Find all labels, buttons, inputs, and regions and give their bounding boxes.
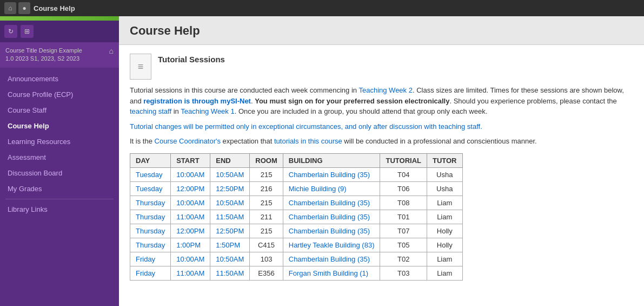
table-row: Friday 10:00AM 10:50AM 103 Chamberlain B… <box>130 252 463 266</box>
cell-end: 10:50AM <box>210 167 250 181</box>
cell-tutor: Holly <box>427 238 462 252</box>
refresh-icon[interactable]: ↻ <box>4 25 17 38</box>
col-tutorial: TUTORIAL <box>380 153 427 167</box>
sidebar-top: ↻ ⊞ <box>0 21 119 42</box>
cell-tutorial: T03 <box>380 266 427 280</box>
teaching-week-link1[interactable]: Teaching Week 2 <box>358 86 413 94</box>
sidebar-item-course-help[interactable]: Course Help <box>0 118 119 134</box>
tutorial-para2: Tutorial changes will be permitted only … <box>130 121 633 132</box>
cell-room: 216 <box>250 181 283 196</box>
cell-start: 10:00AM <box>171 252 210 266</box>
cell-day: Thursday <box>130 224 171 238</box>
tutorial-para3: It is the Course Coordinator's expectati… <box>130 136 633 147</box>
cell-day: Thursday <box>130 196 171 210</box>
table-header-row: DAY START END ROOM BUILDING TUTORIAL TUT… <box>130 153 463 167</box>
sidebar-top-icons: ↻ ⊞ <box>4 25 34 38</box>
cell-tutor: Liam <box>427 196 462 210</box>
cell-day: Friday <box>130 252 171 266</box>
cell-end: 12:50PM <box>210 224 250 238</box>
cell-start: 12:00PM <box>171 181 210 196</box>
course-code: 1.0 2023 S1, 2023, S2 2023 <box>5 55 82 63</box>
cell-building[interactable]: Forgan Smith Building (1) <box>283 266 380 280</box>
cell-building[interactable]: Chamberlain Building (35) <box>283 224 380 238</box>
cell-day: Thursday <box>130 238 171 252</box>
cell-start: 11:00AM <box>171 266 210 280</box>
sidebar-item-announcements[interactable]: Announcements <box>0 71 119 87</box>
cell-building[interactable]: Chamberlain Building (35) <box>283 210 380 224</box>
course-name: Course Title Design Example <box>5 47 82 55</box>
tutorials-link[interactable]: tutorials in this course <box>274 137 342 145</box>
top-bar-title: Course Help <box>34 4 75 12</box>
col-end: END <box>210 153 250 167</box>
page-header: Course Help <box>119 16 644 45</box>
sidebar-course-info: Course Title Design Example 1.0 2023 S1,… <box>0 42 119 68</box>
cell-tutorial: T04 <box>380 167 427 181</box>
table-row: Tuesday 12:00PM 12:50PM 216 Michie Build… <box>130 181 463 196</box>
layout: ↻ ⊞ Course Title Design Example 1.0 2023… <box>0 16 644 306</box>
sidebar: ↻ ⊞ Course Title Design Example 1.0 2023… <box>0 16 119 306</box>
cell-start: 1:00PM <box>171 238 210 252</box>
cell-end: 1:50PM <box>210 238 250 252</box>
sidebar-home-icon[interactable]: ⌂ <box>109 47 114 55</box>
cell-day: Tuesday <box>130 181 171 196</box>
col-room: ROOM <box>250 153 283 167</box>
col-day: DAY <box>130 153 171 167</box>
cell-room: 215 <box>250 224 283 238</box>
sidebar-item-library-links[interactable]: Library Links <box>0 201 119 217</box>
cell-day: Thursday <box>130 210 171 224</box>
cell-end: 11:50AM <box>210 266 250 280</box>
cell-tutorial: T01 <box>380 210 427 224</box>
cell-room: 103 <box>250 252 283 266</box>
sidebar-item-assessment[interactable]: Assessment <box>0 149 119 165</box>
registration-link[interactable]: registration is through mySI-Net <box>143 97 251 105</box>
sidebar-divider <box>5 199 114 199</box>
sidebar-nav: Announcements Course Profile (ECP) Cours… <box>0 68 119 220</box>
tutorial-changes-text: Tutorial changes will be permitted only … <box>130 122 482 131</box>
cell-building[interactable]: Chamberlain Building (35) <box>283 167 380 181</box>
cell-building[interactable]: Chamberlain Building (35) <box>283 196 380 210</box>
cell-start: 11:00AM <box>171 210 210 224</box>
circle-icon[interactable]: ● <box>18 2 30 14</box>
page-body: Tutorial Sessions Tutorial sessions in t… <box>119 45 644 289</box>
tutorial-body: Tutorial sessions in this course are con… <box>130 85 633 147</box>
coordinator-link[interactable]: Course Coordinator's <box>155 137 221 145</box>
cell-tutor: Liam <box>427 210 462 224</box>
cell-tutorial: T06 <box>380 181 427 196</box>
cell-tutor: Usha <box>427 167 462 181</box>
cell-tutor: Liam <box>427 252 462 266</box>
cell-building[interactable]: Hartley Teakle Building (83) <box>283 238 380 252</box>
teaching-week-link2[interactable]: Teaching Week 1 <box>181 107 235 115</box>
cell-end: 11:50AM <box>210 210 250 224</box>
cell-end: 10:50AM <box>210 196 250 210</box>
cell-start: 12:00PM <box>171 224 210 238</box>
cell-building[interactable]: Michie Building (9) <box>283 181 380 196</box>
cell-tutorial: T02 <box>380 252 427 266</box>
teaching-staff-link[interactable]: teaching staff <box>130 107 171 115</box>
cell-room: E356 <box>250 266 283 280</box>
cell-day: Tuesday <box>130 167 171 181</box>
sidebar-item-discussion-board[interactable]: Discussion Board <box>0 165 119 181</box>
sidebar-item-course-staff[interactable]: Course Staff <box>0 102 119 118</box>
cell-end: 12:50PM <box>210 181 250 196</box>
tutorial-table: DAY START END ROOM BUILDING TUTORIAL TUT… <box>130 153 463 281</box>
cell-building[interactable]: Chamberlain Building (35) <box>283 252 380 266</box>
sidebar-item-my-grades[interactable]: My Grades <box>0 181 119 197</box>
tutorial-para1: Tutorial sessions in this course are con… <box>130 85 633 117</box>
home-icon[interactable]: ⌂ <box>4 2 16 14</box>
grid-icon[interactable]: ⊞ <box>21 25 34 38</box>
sidebar-item-course-profile[interactable]: Course Profile (ECP) <box>0 87 119 102</box>
cell-tutorial: T08 <box>380 196 427 210</box>
cell-room: C415 <box>250 238 283 252</box>
cell-room: 215 <box>250 196 283 210</box>
top-bar-icons: ⌂ ● <box>4 2 30 14</box>
table-row: Thursday 10:00AM 10:50AM 215 Chamberlain… <box>130 196 463 210</box>
sidebar-item-learning-resources[interactable]: Learning Resources <box>0 134 119 149</box>
cell-start: 10:00AM <box>171 196 210 210</box>
table-row: Friday 11:00AM 11:50AM E356 Forgan Smith… <box>130 266 463 280</box>
main-content: Course Help Tutorial Sessions Tutorial s… <box>119 16 644 306</box>
tutorial-title-text: Tutorial Sessions <box>158 54 225 64</box>
cell-tutorial: T07 <box>380 224 427 238</box>
cell-room: 215 <box>250 167 283 181</box>
table-row: Thursday 11:00AM 11:50AM 211 Chamberlain… <box>130 210 463 224</box>
cell-tutor: Holly <box>427 224 462 238</box>
